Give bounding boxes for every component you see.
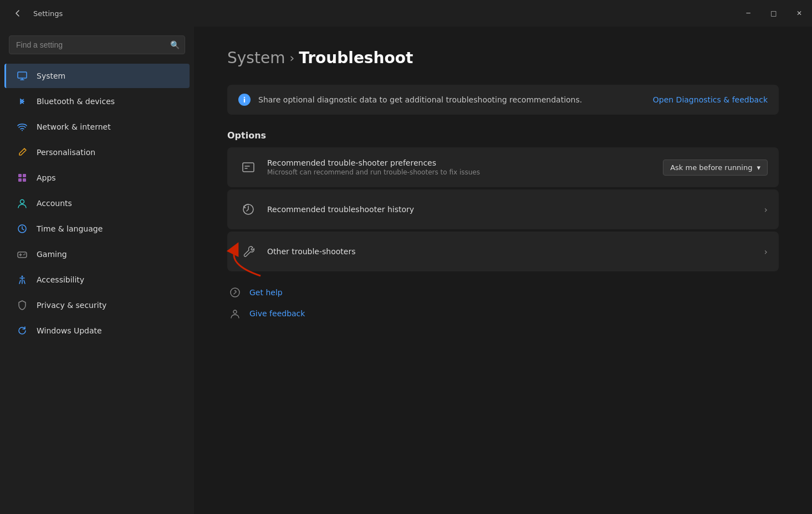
- troubleshooter-dropdown[interactable]: Ask me before running ▾: [663, 160, 768, 176]
- help-links: Get help Give feedback: [227, 285, 779, 321]
- svg-point-6: [21, 200, 24, 204]
- info-banner: i Share optional diagnostic data to get …: [227, 85, 779, 115]
- sidebar-item-bluetooth[interactable]: Bluetooth & devices: [4, 89, 190, 114]
- sidebar-item-time[interactable]: Time & language: [4, 217, 190, 241]
- card-title-3: Other trouble-shooters: [267, 247, 355, 256]
- sidebar-item-accounts[interactable]: Accounts: [4, 191, 190, 215]
- time-icon: [16, 222, 29, 235]
- search-container: 🔍: [9, 35, 185, 54]
- breadcrumb-current: Troubleshoot: [299, 49, 413, 67]
- sidebar-label-privacy: Privacy & security: [37, 301, 106, 310]
- svg-point-10: [24, 254, 25, 255]
- svg-rect-4: [18, 178, 22, 182]
- card-subtitle: Microsoft can recommend and run trouble-…: [267, 168, 480, 176]
- wrench-icon: [238, 241, 258, 261]
- sidebar-label-personalisation: Personalisation: [37, 148, 95, 157]
- gaming-icon: [16, 248, 29, 261]
- main-content: System › Troubleshoot i Share optional d…: [194, 27, 812, 514]
- sidebar-item-network[interactable]: Network & internet: [4, 115, 190, 139]
- svg-point-11: [22, 276, 23, 277]
- get-help-item[interactable]: Get help: [227, 285, 779, 300]
- sidebar-item-apps[interactable]: Apps: [4, 166, 190, 190]
- sidebar-item-personalisation[interactable]: Personalisation: [4, 140, 190, 165]
- breadcrumb-separator: ›: [289, 51, 294, 65]
- network-icon: [16, 120, 29, 133]
- svg-rect-12: [243, 163, 254, 172]
- open-diagnostics-link[interactable]: Open Diagnostics & feedback: [653, 95, 768, 104]
- dropdown-label: Ask me before running: [670, 163, 752, 172]
- sidebar-item-privacy[interactable]: Privacy & security: [4, 293, 190, 317]
- privacy-icon: [16, 299, 29, 312]
- chevron-right-icon-3: ›: [764, 246, 768, 257]
- apps-icon: [16, 171, 29, 184]
- sidebar-label-accessibility: Accessibility: [37, 275, 84, 284]
- update-icon: [16, 324, 29, 337]
- sidebar-label-time: Time & language: [37, 224, 103, 233]
- svg-rect-2: [18, 174, 22, 177]
- breadcrumb: System › Troubleshoot: [227, 49, 779, 67]
- bluetooth-icon: [16, 95, 29, 108]
- svg-rect-3: [23, 174, 26, 177]
- get-help-icon: [227, 285, 243, 300]
- sidebar-label-bluetooth: Bluetooth & devices: [37, 97, 115, 106]
- give-feedback-icon: [227, 306, 243, 321]
- maximize-button[interactable]: □: [761, 0, 787, 27]
- sidebar-label-network: Network & internet: [37, 122, 111, 131]
- svg-rect-0: [18, 72, 27, 78]
- recommended-preferences-card[interactable]: Recommended trouble-shooter preferences …: [227, 147, 779, 187]
- troubleshooter-prefs-icon: [238, 157, 258, 177]
- breadcrumb-parent[interactable]: System: [227, 49, 285, 67]
- card-text-2: Recommended troubleshooter history: [267, 205, 414, 214]
- banner-text: Share optional diagnostic data to get ad…: [258, 95, 582, 104]
- system-icon: [16, 69, 29, 83]
- sidebar-label-apps: Apps: [37, 173, 56, 182]
- sidebar-item-gaming[interactable]: Gaming: [4, 242, 190, 266]
- give-feedback-item[interactable]: Give feedback: [227, 306, 779, 321]
- card-title-2: Recommended troubleshooter history: [267, 205, 414, 214]
- sidebar-label-system: System: [37, 71, 65, 80]
- personalisation-icon: [16, 146, 29, 159]
- card-text-3: Other trouble-shooters: [267, 247, 355, 256]
- svg-point-14: [231, 288, 239, 297]
- info-icon: i: [238, 94, 251, 106]
- window-controls: ─ □ ✕: [736, 0, 812, 27]
- accounts-icon: [16, 197, 29, 210]
- svg-point-9: [23, 254, 24, 255]
- accessibility-icon: [16, 273, 29, 286]
- chevron-right-icon: ›: [764, 204, 768, 215]
- history-icon: [238, 199, 258, 219]
- search-input[interactable]: [9, 35, 185, 54]
- card-left-2: Recommended troubleshooter history: [238, 199, 414, 219]
- search-icon: 🔍: [170, 40, 180, 49]
- chevron-down-icon: ▾: [757, 163, 760, 172]
- app-layout: 🔍 System Bluetooth & devices: [0, 27, 812, 514]
- card-right: Ask me before running ▾: [663, 160, 768, 176]
- app-title: Settings: [33, 9, 63, 18]
- card-title: Recommended trouble-shooter preferences: [267, 158, 480, 167]
- close-button[interactable]: ✕: [787, 0, 812, 27]
- sidebar: 🔍 System Bluetooth & devices: [0, 27, 194, 514]
- minimize-button[interactable]: ─: [736, 0, 761, 27]
- other-troubleshooters-container: Other trouble-shooters ›: [227, 232, 779, 271]
- banner-left: i Share optional diagnostic data to get …: [238, 94, 582, 106]
- card-left-3: Other trouble-shooters: [238, 241, 355, 261]
- get-help-link[interactable]: Get help: [249, 288, 283, 297]
- give-feedback-link[interactable]: Give feedback: [249, 309, 305, 318]
- sidebar-item-update[interactable]: Windows Update: [4, 318, 190, 343]
- card-right-3: ›: [764, 246, 768, 257]
- back-button[interactable]: [9, 4, 27, 22]
- sidebar-label-accounts: Accounts: [37, 199, 72, 208]
- options-heading: Options: [227, 130, 779, 141]
- titlebar: Settings ─ □ ✕: [0, 0, 812, 27]
- sidebar-item-accessibility[interactable]: Accessibility: [4, 268, 190, 292]
- recommended-history-card[interactable]: Recommended troubleshooter history ›: [227, 189, 779, 229]
- other-troubleshooters-card[interactable]: Other trouble-shooters ›: [227, 232, 779, 271]
- svg-point-16: [233, 310, 237, 313]
- card-right-2: ›: [764, 204, 768, 215]
- sidebar-item-system[interactable]: System: [4, 64, 190, 88]
- sidebar-label-update: Windows Update: [37, 326, 102, 335]
- sidebar-label-gaming: Gaming: [37, 250, 67, 259]
- card-text: Recommended trouble-shooter preferences …: [267, 158, 480, 176]
- svg-rect-5: [23, 178, 26, 182]
- svg-point-1: [22, 130, 23, 131]
